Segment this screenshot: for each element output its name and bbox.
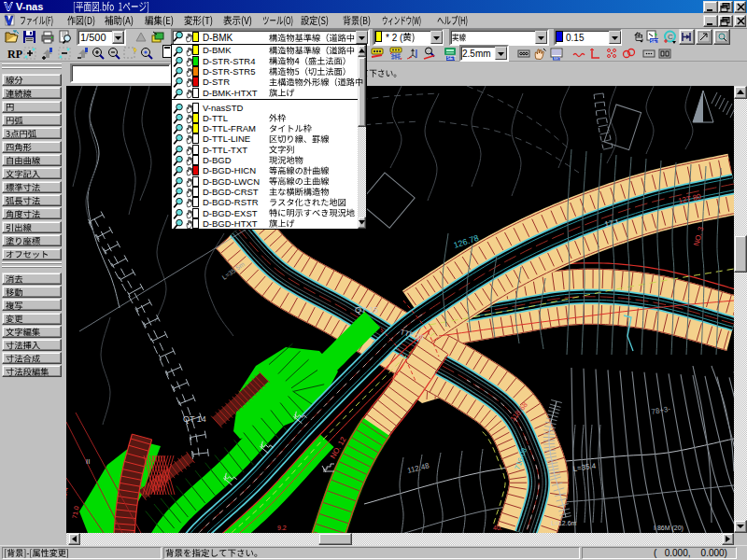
svg-text:SET: SET <box>554 56 561 61</box>
svg-text:40.: 40. <box>493 525 502 531</box>
svg-text:9.2: 9.2 <box>277 525 287 531</box>
svg-text:C: C <box>668 33 673 41</box>
svg-text:SET: SET <box>650 38 659 44</box>
svg-text:SET: SET <box>446 55 456 61</box>
svg-text:QT 15: QT 15 <box>355 305 378 315</box>
svg-text:L=12.6m: L=12.6m <box>551 520 577 526</box>
svg-text:I 86M (20): I 86M (20) <box>654 525 684 532</box>
svg-text:II: II <box>86 457 90 466</box>
svg-text:QT 14: QT 14 <box>183 414 206 424</box>
